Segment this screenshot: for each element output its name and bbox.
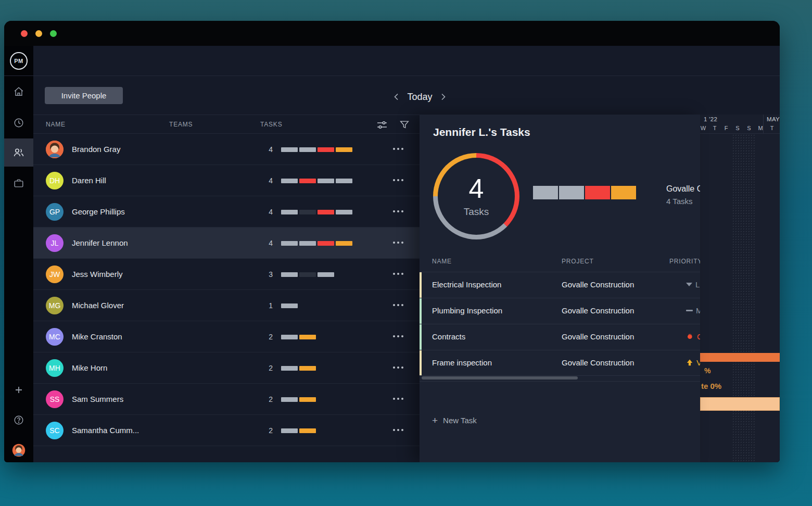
task-priority: V [686,358,700,367]
task-bars [281,147,352,152]
task-bar-segment [299,272,316,277]
sidebar-item-time[interactable] [4,111,33,134]
person-row[interactable]: JLJennifer Lennon4 [33,227,420,259]
date-label[interactable]: Today [407,92,432,103]
person-name: Jess Wimberly [72,259,123,290]
gantt-weekend-shading [732,134,755,462]
row-more-button[interactable] [393,335,403,337]
task-bar-segment [299,210,316,214]
home-icon [13,86,24,97]
row-more-button[interactable] [393,429,403,431]
person-row[interactable]: SCSamantha Cumm...2 [33,415,420,446]
stacked-bar-segment [611,186,636,199]
task-bar-segment [281,397,298,402]
person-initials-avatar: MC [46,328,64,346]
row-more-button[interactable] [393,398,403,400]
sidebar-add-button[interactable] [4,378,33,401]
panel-divider [420,381,700,382]
person-row[interactable]: SSSam Summers2 [33,384,420,415]
sliders-icon [376,119,388,131]
row-more-button[interactable] [393,210,403,212]
person-name: Michael Glover [72,290,124,321]
minimize-window-button[interactable] [35,30,42,37]
task-row[interactable]: Plumbing InspectionGovalle ConstructionM [420,298,700,324]
app-logo[interactable]: PM [10,52,28,70]
sidebar-item-home[interactable] [4,80,33,103]
task-bar-segment [281,179,298,183]
close-window-button[interactable] [21,30,28,37]
task-name: Plumbing Inspection [432,306,502,315]
sidebar-profile-avatar[interactable] [4,439,33,462]
task-bar-segment [281,272,298,277]
row-more-button[interactable] [393,273,403,275]
task-row[interactable]: ContractsGovalle ConstructionC [420,324,700,350]
task-bars [281,210,352,214]
person-name: Mike Cranston [72,321,122,352]
panel-title: Jennifer L.'s Tasks [433,126,530,138]
row-more-button[interactable] [393,179,403,181]
person-name: George Phillips [72,196,125,227]
task-bar-segment [336,179,352,183]
person-row[interactable]: DHDaren Hill4 [33,165,420,196]
task-bar-segment [336,241,352,246]
task-priority: C [686,332,700,341]
app-window: PM [4,21,780,462]
column-header-teams: TEAMS [169,121,193,128]
donut-center: 4 Tasks [438,158,515,235]
task-bar-segment [299,335,316,339]
person-row[interactable]: MHMike Horn2 [33,352,420,384]
person-row[interactable]: MCMike Cranston2 [33,321,420,352]
funnel-icon [399,119,410,131]
maximize-window-button[interactable] [50,30,57,37]
people-table-header: NAME TEAMS TASKS [33,115,424,134]
task-count: 2 [257,395,273,403]
gantt-day-label: M [755,125,766,133]
task-color-indicator [420,324,422,350]
horizontal-scrollbar[interactable] [422,376,578,380]
task-row[interactable]: Frame inspectionGovalle ConstructionV [420,350,700,376]
task-count: 4 [257,239,273,247]
task-row[interactable]: Electrical InspectionGovalle Constructio… [420,272,700,298]
task-count: 4 [257,145,273,154]
person-name: Sam Summers [72,384,123,415]
task-bar-segment [281,241,298,246]
column-header-priority: PRIORITY [669,258,700,265]
row-more-button[interactable] [393,242,403,244]
invite-people-button[interactable]: Invite People [45,87,123,104]
person-name: Brandon Gray [72,134,120,165]
column-header-project: PROJECT [562,258,594,265]
gantt-task-bar[interactable] [700,353,780,362]
gantt-chart: 1 '22 MAY WTFSSMTW % te 0% [700,115,780,462]
sidebar-item-people[interactable] [4,141,33,164]
chevron-left-icon[interactable] [392,93,401,101]
header-divider [4,75,780,76]
task-count: 2 [257,333,273,341]
filter-button[interactable] [398,118,411,132]
person-name: Mike Horn [72,352,107,384]
row-more-button[interactable] [393,148,403,150]
briefcase-icon [13,178,24,189]
stacked-bar-segment [559,186,584,199]
task-table-header: NAME PROJECT PRIORITY [420,251,700,272]
view-settings-button[interactable] [375,118,389,132]
person-row[interactable]: GPGeorge Phillips4 [33,196,420,227]
gantt-day-label: W [700,125,709,133]
person-name: Jennifer Lennon [72,227,128,259]
new-task-button[interactable]: + New Task [432,415,477,425]
sidebar-item-projects[interactable] [4,172,33,195]
person-row[interactable]: MGMichael Glover1 [33,290,420,321]
row-more-button[interactable] [393,366,403,369]
row-more-button[interactable] [393,304,403,306]
person-row[interactable]: JWJess Wimberly3 [33,259,420,290]
task-bars [281,241,352,246]
task-bar-segment [299,428,316,433]
chevron-right-icon[interactable] [439,93,447,101]
gantt-task-bar[interactable] [700,397,780,411]
task-project: Govalle Construction [562,306,634,315]
task-name: Electrical Inspection [432,280,501,289]
date-navigation: Today [392,90,447,104]
task-project: Govalle Construction [562,332,634,341]
sidebar-help-button[interactable] [4,409,33,432]
tasks-donut-chart: 4 Tasks [433,153,519,239]
person-row[interactable]: Brandon Gray4 [33,134,420,165]
